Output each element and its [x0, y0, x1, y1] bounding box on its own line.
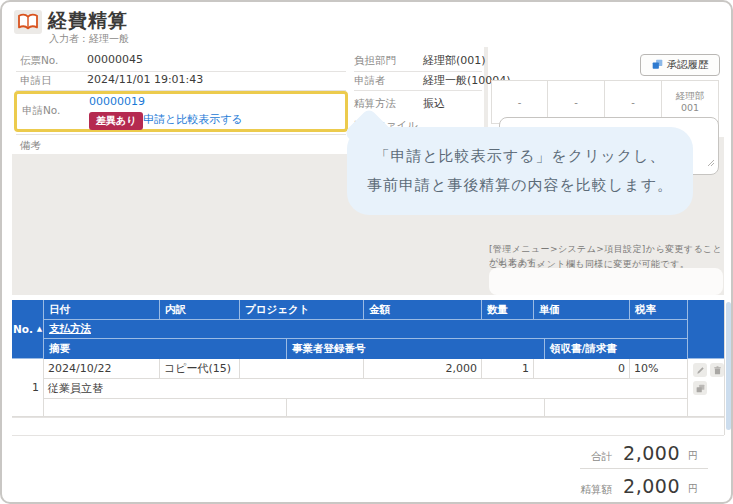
- row-tax-cell: 10%: [630, 359, 688, 379]
- table-header-qty: 数量: [482, 300, 534, 320]
- settlement-method-label: 精算方法: [354, 97, 396, 111]
- page-title: 経費精算: [48, 8, 128, 34]
- divider: [16, 134, 346, 135]
- tooltip-line1: 「申請と比較表示する」をクリックし、: [374, 142, 665, 171]
- copy-icon: [696, 384, 705, 393]
- divider: [354, 90, 482, 91]
- application-no-link[interactable]: 00000019: [89, 95, 145, 108]
- table-header-summary: 摘要: [44, 339, 287, 359]
- row-qty-cell: 1: [482, 359, 534, 379]
- delete-icon: [713, 366, 722, 375]
- compare-with-application-link[interactable]: 申請と比較表示する: [143, 112, 243, 127]
- resize-handle-icon[interactable]: [707, 152, 715, 171]
- table-header-date: 日付: [44, 300, 160, 320]
- application-date-label: 申請日: [20, 74, 52, 88]
- comment-field-strip: [489, 268, 723, 295]
- divider: [354, 71, 482, 72]
- row-breakdown-cell: コピー代(15): [160, 359, 240, 379]
- burden-dept-value: 経理部(001): [423, 53, 486, 68]
- approval-history-button[interactable]: 承認履歴: [640, 54, 720, 76]
- row-project-cell: [240, 359, 364, 379]
- divider: [580, 468, 708, 469]
- row-biz-no-cell: [287, 399, 545, 417]
- voucher-no-label: 伝票No.: [20, 54, 58, 68]
- table-header-unit-price: 単価: [534, 300, 630, 320]
- expense-settlement-window: 経費精算 入力者：経理一般 伝票No. 00000045 申請日 2024/11…: [0, 0, 733, 504]
- table-header-actions: [688, 300, 724, 359]
- total-label: 合計: [557, 450, 612, 464]
- settlement-method-value: 振込: [423, 96, 445, 111]
- settlement-unit: 円: [688, 482, 698, 496]
- tooltip-line2: 事前申請と事後精算の内容を比較します。: [367, 171, 673, 200]
- row-payment-cell: 従業員立替: [44, 379, 688, 399]
- table-header-no-sort[interactable]: No. ▲: [12, 300, 44, 359]
- application-date-value: 2024/11/01 19:01:43: [87, 73, 203, 86]
- row-receipt-cell: [545, 399, 688, 417]
- application-no-label: 申請No.: [22, 104, 60, 118]
- edit-icon: [696, 366, 705, 375]
- table-header-payment: 支払方法: [44, 320, 688, 339]
- total-value: 2,000: [610, 442, 680, 464]
- voucher-no-value: 00000045: [87, 53, 143, 66]
- row-no-cell: 1: [12, 359, 44, 417]
- table-header-tax: 税率: [630, 300, 688, 320]
- input-user-label: 入力者：経理一般: [49, 32, 129, 46]
- copy-row-button[interactable]: [693, 381, 707, 395]
- divider: [16, 71, 346, 72]
- table-header-amount: 金額: [364, 300, 482, 320]
- row-amount-cell: 2,000: [364, 359, 482, 379]
- settlement-value: 2,000: [610, 475, 680, 497]
- applicant-label: 申請者: [354, 74, 386, 88]
- guide-tooltip: 「申請と比較表示する」をクリックし、 事前申請と事後精算の内容を比較します。: [347, 127, 693, 215]
- approval-history-icon: [652, 59, 663, 72]
- delete-row-button[interactable]: [710, 363, 724, 377]
- total-unit: 円: [688, 449, 698, 463]
- table-scrollbar[interactable]: [726, 302, 731, 430]
- table-header-project: プロジェクト: [240, 300, 364, 320]
- book-icon: [14, 10, 42, 34]
- remarks-label: 備考: [20, 139, 41, 153]
- row-unit-price-cell: 0: [534, 359, 630, 379]
- divider: [12, 417, 724, 418]
- table-header-biz-no: 事業者登録番号: [287, 339, 545, 359]
- row-summary-cell: [44, 399, 287, 417]
- table-header-breakdown: 内訳: [160, 300, 240, 320]
- row-date-cell: 2024/10/22: [44, 359, 160, 379]
- settlement-label: 精算額: [550, 483, 612, 497]
- sort-asc-icon: ▲: [37, 325, 42, 333]
- burden-dept-label: 負担部門: [354, 54, 396, 68]
- divider: [724, 300, 725, 435]
- divider: [12, 435, 724, 436]
- difference-badge: 差異あり: [89, 109, 143, 130]
- edit-row-button[interactable]: [693, 363, 707, 377]
- table-header-receipt: 領収書/請求書: [545, 339, 688, 359]
